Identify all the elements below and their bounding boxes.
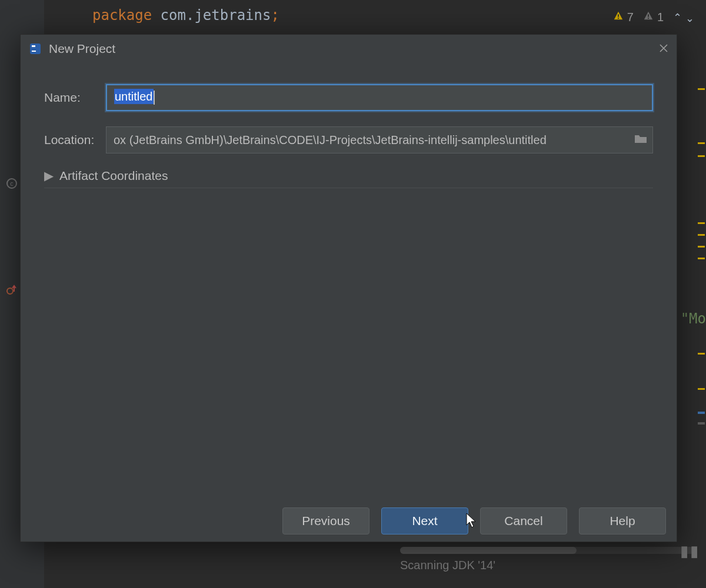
svg-rect-4: [618, 18, 619, 19]
svg-rect-6: [648, 18, 649, 19]
package-keyword: package: [92, 7, 152, 24]
weak-warning-count: 1: [657, 11, 664, 24]
chevron-down-icon[interactable]: ⌃: [685, 11, 694, 24]
code-line-1: package com.jetbrains;: [92, 7, 279, 24]
horizontal-scrollbar[interactable]: [400, 547, 694, 554]
svg-text:c: c: [10, 180, 14, 187]
error-stripe[interactable]: [697, 0, 705, 588]
artifact-coordinates-expander[interactable]: ▶ Artifact Coordinates: [44, 169, 653, 188]
chevron-up-icon[interactable]: ⌃: [673, 11, 682, 24]
project-location-input[interactable]: [106, 126, 653, 153]
override-up-icon: [6, 283, 18, 295]
package-identifier: com.jetbrains: [161, 7, 271, 24]
dialog-body: Name: untitled Location: ▶ Artifact Coor…: [21, 63, 677, 500]
location-label: Location:: [44, 133, 106, 147]
svg-rect-9: [32, 51, 36, 52]
project-name-input[interactable]: [106, 84, 653, 111]
cancel-button[interactable]: Cancel: [480, 507, 567, 534]
mouse-cursor-icon: [465, 512, 477, 529]
semicolon: ;: [271, 7, 279, 24]
scrollbar-thumb[interactable]: [400, 547, 577, 554]
location-row: Location:: [44, 126, 653, 153]
svg-rect-5: [648, 14, 649, 17]
svg-rect-8: [32, 45, 35, 47]
new-project-dialog: New Project Name: untitled Location: ▶ A…: [20, 34, 677, 542]
previous-button[interactable]: Previous: [282, 507, 369, 534]
warning-icon: [613, 11, 624, 24]
name-label: Name:: [44, 91, 106, 105]
triangle-right-icon: ▶: [44, 169, 54, 183]
dialog-titlebar[interactable]: New Project: [21, 35, 677, 63]
warning-count: 7: [627, 11, 634, 24]
dialog-button-bar: Previous Next Cancel Help: [21, 500, 677, 542]
inspection-widget[interactable]: 7 1 ⌃ ⌃: [613, 11, 694, 24]
pause-icon[interactable]: ▮▮: [680, 542, 700, 560]
annotation-icon: c: [6, 178, 18, 189]
name-row: Name: untitled: [44, 84, 653, 111]
intellij-icon: [29, 42, 42, 55]
close-icon[interactable]: [659, 42, 668, 56]
dialog-title: New Project: [49, 42, 659, 56]
browse-folder-icon[interactable]: [634, 133, 647, 146]
svg-point-2: [7, 288, 13, 294]
next-button[interactable]: Next: [381, 507, 468, 534]
svg-rect-7: [30, 44, 41, 54]
status-scanning-text: Scanning JDK '14': [400, 559, 495, 572]
help-button[interactable]: Help: [579, 507, 666, 534]
weak-warning-icon: [643, 11, 654, 24]
artifact-coordinates-label: Artifact Coordinates: [59, 169, 168, 183]
svg-rect-3: [618, 14, 619, 17]
